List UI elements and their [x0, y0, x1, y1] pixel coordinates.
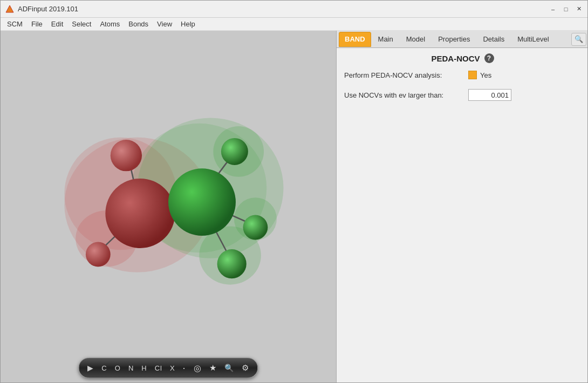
peda-nocv-label: Perform PEDA-NOCV analysis: [344, 71, 463, 79]
peda-nocv-field-row: Perform PEDA-NOCV analysis: Yes [344, 71, 581, 79]
peda-nocv-value[interactable]: Yes [468, 71, 491, 79]
peda-nocv-toggle[interactable] [468, 71, 477, 79]
menu-view[interactable]: View [153, 19, 176, 29]
panel-title-text: PEDA-NOCV [431, 54, 480, 63]
toolbar-x-button[interactable]: X [169, 364, 176, 373]
toolbar-star-button[interactable]: ★ [208, 363, 218, 373]
tab-main[interactable]: Main [372, 32, 399, 47]
menu-atoms[interactable]: Atoms [95, 19, 124, 29]
svg-point-19 [221, 138, 248, 165]
maximize-button[interactable]: □ [562, 5, 570, 13]
toolbar-cl-button[interactable]: Cl [154, 364, 163, 373]
menu-help[interactable]: Help [176, 19, 200, 29]
tab-details[interactable]: Details [477, 32, 510, 47]
main-layout: ▶ C O N H Cl X · ◎ ★ 🔍 ⚙ BAND Main Model… [1, 31, 588, 383]
help-button[interactable]: ? [484, 53, 494, 63]
toolbar-c-button[interactable]: C [100, 364, 108, 373]
nocv-ev-label: Use NOCVs with ev larger than: [344, 91, 463, 99]
window-controls: – □ ✕ [549, 5, 583, 13]
toolbar-cursor-icon[interactable]: ▶ [86, 363, 95, 373]
menu-scm[interactable]: SCM [3, 19, 27, 29]
molecule-viewer: ▶ C O N H Cl X · ◎ ★ 🔍 ⚙ [1, 31, 336, 383]
menu-edit[interactable]: Edit [47, 19, 67, 29]
app-icon [5, 4, 15, 14]
tab-search-button[interactable]: 🔍 [571, 33, 586, 46]
panel-title: PEDA-NOCV ? [344, 53, 581, 63]
toolbar-search-button[interactable]: 🔍 [223, 363, 235, 373]
tab-model[interactable]: Model [400, 32, 431, 47]
toolbar-n-button[interactable]: N [127, 364, 135, 373]
toolbar-gear-button[interactable]: ⚙ [241, 363, 250, 373]
svg-point-17 [111, 140, 142, 171]
title-bar: ADFinput 2019.101 – □ ✕ [1, 1, 587, 18]
molecule-canvas [1, 31, 336, 357]
tab-multilevel[interactable]: MultiLevel [511, 32, 555, 47]
toolbar-ring-button[interactable]: ◎ [193, 363, 203, 374]
menu-bonds[interactable]: Bonds [124, 19, 153, 29]
svg-point-18 [86, 242, 111, 267]
search-icon: 🔍 [575, 35, 583, 43]
svg-point-15 [105, 179, 175, 248]
toolbar-dot-button[interactable]: · [182, 362, 187, 374]
menu-select[interactable]: Select [67, 19, 95, 29]
peda-nocv-yes-text: Yes [480, 71, 491, 79]
minimize-button[interactable]: – [549, 5, 557, 13]
right-panel: BAND Main Model Properties Details Multi… [336, 31, 588, 383]
tab-properties[interactable]: Properties [432, 32, 476, 47]
bottom-toolbar: ▶ C O N H Cl X · ◎ ★ 🔍 ⚙ [78, 358, 258, 378]
svg-point-16 [168, 168, 236, 236]
molecule-svg [1, 31, 336, 357]
menu-bar: SCM File Edit Select Atoms Bonds View He… [1, 18, 587, 31]
close-button[interactable]: ✕ [575, 5, 583, 13]
right-panel-content: PEDA-NOCV ? Perform PEDA-NOCV analysis: … [337, 48, 588, 383]
svg-point-20 [243, 215, 268, 240]
svg-marker-0 [6, 5, 13, 12]
tabs-bar: BAND Main Model Properties Details Multi… [337, 31, 588, 48]
nocv-ev-input[interactable] [468, 89, 511, 101]
svg-point-21 [217, 249, 247, 278]
toolbar-o-button[interactable]: O [114, 364, 122, 373]
nocv-ev-field-row: Use NOCVs with ev larger than: [344, 89, 581, 101]
tab-band[interactable]: BAND [339, 32, 371, 47]
toolbar-h-button[interactable]: H [140, 364, 148, 373]
menu-file[interactable]: File [27, 19, 47, 29]
app-title: ADFinput 2019.101 [18, 5, 549, 13]
